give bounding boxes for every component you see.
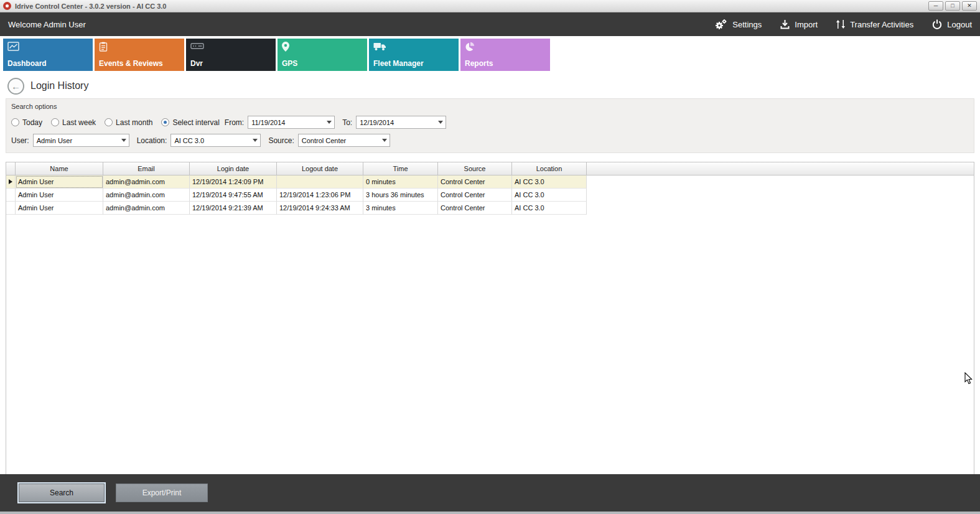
row-indicator <box>6 202 16 215</box>
transfer-arrows-icon <box>836 19 845 29</box>
close-button[interactable]: ✕ <box>962 1 977 11</box>
row-indicator <box>6 175 16 189</box>
cell-email[interactable]: admin@admin.com <box>103 202 190 215</box>
tile-events-reviews[interactable]: Events & Reviews <box>95 39 184 71</box>
tile-fleet-manager[interactable]: Fleet Manager <box>369 39 459 71</box>
transfer-activities-button[interactable]: Transfer Activities <box>836 19 913 29</box>
settings-label: Settings <box>732 20 762 29</box>
radio-today-label: Today <box>22 118 42 127</box>
column-header-time[interactable]: Time <box>363 162 438 175</box>
cell-logout-date[interactable]: 12/19/2014 1:23:06 PM <box>277 189 363 202</box>
cell-location[interactable]: AI CC 3.0 <box>512 175 587 189</box>
from-date-dropdown[interactable]: 11/19/2014 <box>248 116 335 129</box>
tile-fleet-manager-label: Fleet Manager <box>373 59 424 68</box>
column-header-email[interactable]: Email <box>103 162 190 175</box>
row-indicator-header <box>6 162 16 175</box>
line-chart-icon <box>7 42 88 54</box>
tile-gps-label: GPS <box>282 59 297 68</box>
chevron-down-icon <box>119 139 129 142</box>
tile-reports-label: Reports <box>465 59 493 68</box>
cell-time[interactable]: 0 minutes <box>363 175 438 189</box>
source-label: Source: <box>268 136 294 145</box>
from-date-value: 11/19/2014 <box>248 119 324 126</box>
cell-name[interactable]: Admin User <box>16 202 103 215</box>
back-button[interactable]: ← <box>7 78 24 95</box>
column-header-login-date[interactable]: Login date <box>190 162 277 175</box>
pie-chart-icon <box>465 42 546 54</box>
radio-last-month[interactable] <box>105 118 113 126</box>
cell-location[interactable]: AI CC 3.0 <box>512 202 587 215</box>
top-nav-bar: Welcome Admin User Settings Import Trans… <box>0 12 980 36</box>
cell-login-date[interactable]: 12/19/2014 9:47:55 AM <box>190 189 277 202</box>
cell-time[interactable]: 3 hours 36 minutes <box>363 189 438 202</box>
map-pin-icon <box>282 42 363 54</box>
radio-today[interactable] <box>11 118 19 126</box>
cell-time[interactable]: 3 minutes <box>363 202 438 215</box>
chevron-down-icon <box>436 121 446 124</box>
interval-row: Today Last week Last month Select interv… <box>11 116 969 129</box>
maximize-button[interactable]: □ <box>945 1 960 11</box>
truck-icon <box>373 42 454 54</box>
import-button[interactable]: Import <box>780 19 818 29</box>
cell-login-date[interactable]: 12/19/2014 1:24:09 PM <box>190 175 277 189</box>
user-value: Admin User <box>34 137 119 144</box>
cell-name[interactable]: Admin User <box>16 189 103 202</box>
column-header-filler <box>587 162 974 175</box>
tile-dvr[interactable]: Dvr <box>186 39 276 71</box>
cell-location[interactable]: AI CC 3.0 <box>512 189 587 202</box>
settings-button[interactable]: Settings <box>714 19 762 30</box>
to-date-dropdown[interactable]: 12/19/2014 <box>356 116 446 129</box>
app-logo-icon <box>3 2 11 10</box>
export-print-button[interactable]: Export/Print <box>116 484 208 502</box>
filters-row: User: Admin User Location: AI CC 3.0 Sou… <box>11 134 969 147</box>
radio-select-interval-label: Select interval <box>172 118 219 127</box>
column-header-logout-date[interactable]: Logout date <box>277 162 363 175</box>
source-dropdown[interactable]: Control Center <box>298 134 390 147</box>
from-label: From: <box>225 118 244 127</box>
radio-select-interval[interactable] <box>161 118 169 126</box>
user-label: User: <box>11 136 29 145</box>
cell-source[interactable]: Control Center <box>438 175 512 189</box>
tile-dashboard[interactable]: Dashboard <box>3 39 93 71</box>
column-header-location[interactable]: Location <box>512 162 587 175</box>
current-row-arrow-icon <box>9 179 12 184</box>
tile-gps[interactable]: GPS <box>278 39 367 71</box>
location-label: Location: <box>137 136 167 145</box>
logout-button[interactable]: Logout <box>932 19 972 29</box>
user-dropdown[interactable]: Admin User <box>33 134 129 147</box>
logout-label: Logout <box>947 20 972 29</box>
grid-header: Name Email Login date Logout date Time S… <box>6 162 974 175</box>
power-icon <box>932 19 942 29</box>
table-row: Admin User admin@admin.com 12/19/2014 9:… <box>6 202 974 215</box>
checklist-icon <box>99 42 180 54</box>
tile-events-reviews-label: Events & Reviews <box>99 59 163 68</box>
page-header: ← Login History <box>0 73 980 97</box>
radio-last-week[interactable] <box>51 118 59 126</box>
title-bar: Idrive Control Center - 3.0.2 version - … <box>0 0 980 12</box>
window-bottom-edge <box>0 512 980 514</box>
back-arrow-icon: ← <box>11 81 21 91</box>
tile-reports[interactable]: Reports <box>460 39 550 71</box>
cell-name[interactable]: Admin User <box>16 175 103 189</box>
app-window: Idrive Control Center - 3.0.2 version - … <box>0 0 980 514</box>
search-options-panel: Search options Today Last week Last mont… <box>6 98 974 153</box>
location-dropdown[interactable]: AI CC 3.0 <box>170 134 261 147</box>
cell-logout-date[interactable] <box>277 175 363 189</box>
cell-email[interactable]: admin@admin.com <box>103 175 190 189</box>
cell-email[interactable]: admin@admin.com <box>103 189 190 202</box>
cell-source[interactable]: Control Center <box>438 189 512 202</box>
chevron-down-icon <box>324 121 334 124</box>
table-row: Admin User admin@admin.com 12/19/2014 9:… <box>6 189 974 202</box>
column-header-name[interactable]: Name <box>16 162 103 175</box>
minimize-button[interactable]: ─ <box>928 1 943 11</box>
chevron-down-icon <box>250 139 260 142</box>
cell-login-date[interactable]: 12/19/2014 9:21:39 AM <box>190 202 277 215</box>
table-row: Admin User admin@admin.com 12/19/2014 1:… <box>6 175 974 189</box>
transfer-activities-label: Transfer Activities <box>850 20 913 29</box>
column-header-source[interactable]: Source <box>438 162 512 175</box>
cell-source[interactable]: Control Center <box>438 202 512 215</box>
search-button[interactable]: Search <box>19 484 105 502</box>
import-icon <box>780 19 790 29</box>
cell-logout-date[interactable]: 12/19/2014 9:24:33 AM <box>277 202 363 215</box>
search-options-title: Search options <box>11 103 969 110</box>
